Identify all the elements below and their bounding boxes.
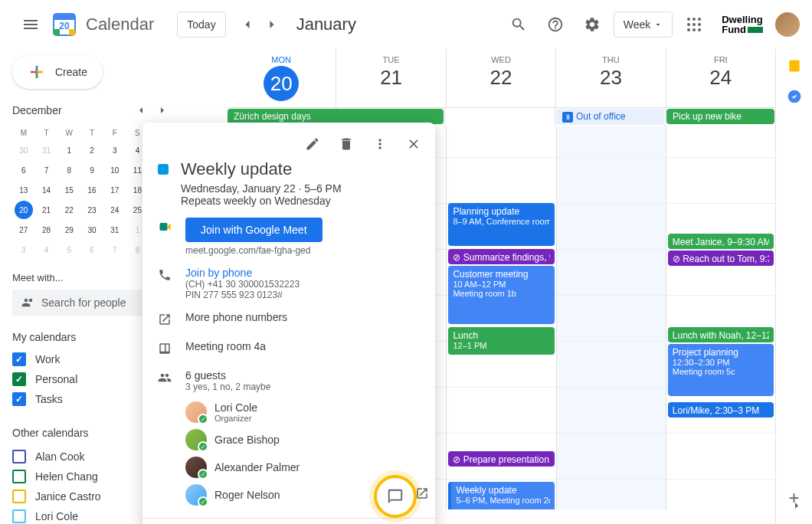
other-calendars-title[interactable]: Other calendars (12, 427, 89, 439)
chat-guests-highlight[interactable] (374, 475, 417, 518)
create-label: Create (55, 66, 87, 78)
delete-icon[interactable] (331, 129, 362, 159)
checkbox-icon[interactable] (12, 450, 26, 463)
mini-day[interactable]: 23 (83, 201, 101, 219)
event-color-swatch (158, 164, 169, 175)
edit-icon[interactable] (297, 129, 328, 159)
join-meet-button[interactable]: Join with Google Meet (185, 218, 323, 242)
mini-day[interactable]: 4 (38, 241, 56, 259)
checkbox-icon[interactable] (12, 372, 26, 386)
day-number[interactable]: 22 (447, 66, 555, 90)
day-number[interactable]: 23 (556, 66, 665, 90)
today-button[interactable]: Today (177, 11, 225, 38)
meet-icon (158, 219, 173, 237)
day-header[interactable]: WED22 (446, 49, 555, 107)
event[interactable]: Project planning12:30–2:30 PMMeeting roo… (668, 344, 774, 396)
mini-day[interactable]: 3 (15, 241, 33, 259)
mini-day[interactable]: 7 (38, 161, 56, 179)
mini-day[interactable]: 7 (106, 241, 124, 259)
day-header[interactable]: TUE21 (336, 49, 445, 107)
day-header[interactable]: THU23 (555, 49, 665, 107)
mini-day[interactable]: 8 (60, 161, 78, 179)
main-menu-icon[interactable] (12, 6, 49, 43)
mini-day[interactable]: 28 (38, 221, 56, 239)
mini-day[interactable]: 29 (60, 221, 78, 239)
prev-period-button[interactable] (235, 12, 260, 37)
guest-item[interactable]: ✓Grace Bishop (185, 426, 420, 454)
email-guests-icon[interactable] (415, 486, 429, 503)
allday-event-ooo[interactable]: ⏸Out of office (556, 109, 664, 125)
more-phone-link[interactable]: More phone numbers (185, 311, 287, 323)
event[interactable]: Lunch12–1 PM (448, 327, 554, 355)
mini-day[interactable]: 24 (106, 201, 124, 219)
mini-day[interactable]: 15 (60, 181, 78, 199)
guest-role: Organizer (214, 414, 257, 423)
mini-prev-button[interactable] (132, 101, 150, 120)
mini-day[interactable]: 6 (15, 161, 33, 179)
google-apps-icon[interactable] (679, 9, 709, 40)
tasks-icon[interactable] (787, 89, 802, 104)
mini-day[interactable]: 5 (60, 241, 78, 259)
more-options-icon[interactable] (365, 129, 395, 159)
day-number[interactable]: 21 (336, 66, 445, 90)
keep-icon[interactable] (787, 58, 802, 74)
day-header[interactable]: FRI24 (666, 49, 775, 107)
mini-day[interactable]: 16 (83, 181, 101, 199)
checkbox-icon[interactable] (12, 509, 26, 523)
checkbox-icon[interactable] (12, 352, 26, 366)
mini-day[interactable]: 31 (106, 221, 124, 239)
checkbox-icon[interactable] (12, 392, 26, 406)
mini-day[interactable]: 13 (15, 181, 33, 199)
mini-day[interactable]: 14 (38, 181, 56, 199)
day-header[interactable]: MON20 (227, 49, 336, 107)
checkbox-icon[interactable] (12, 490, 26, 503)
mini-day[interactable]: 17 (106, 181, 124, 199)
allday-event[interactable]: Zürich design days (228, 109, 444, 124)
mini-day[interactable]: 10 (106, 161, 124, 179)
day-column[interactable]: Meet Janice, 9–9:30 AM ⊘ Reach out to To… (666, 126, 775, 509)
side-panel-collapse-icon[interactable] (791, 499, 803, 515)
settings-icon[interactable] (577, 9, 607, 40)
checkbox-icon[interactable] (12, 470, 26, 483)
org-logo: Dwelling Fund (722, 15, 763, 34)
event[interactable]: Customer meeting10 AM–12 PMMeeting room … (448, 266, 554, 324)
create-button[interactable]: Create (12, 55, 103, 89)
guest-item[interactable]: ✓Lori ColeOrganizer (185, 398, 420, 426)
mini-day[interactable]: 30 (15, 141, 33, 159)
mini-day[interactable]: 2 (83, 141, 101, 159)
day-of-week: TUE (336, 55, 445, 64)
view-select[interactable]: Week (614, 11, 673, 38)
mini-day[interactable]: 20 (15, 201, 33, 219)
day-number[interactable]: 24 (666, 66, 775, 90)
event[interactable]: ⊘ Prepare presentation, 4 P (448, 451, 554, 467)
event[interactable]: Lori/Mike, 2:30–3 PM (668, 402, 774, 418)
mini-day[interactable]: 27 (15, 221, 33, 239)
day-column[interactable]: Planning update8–9 AM, Conference room 2… (446, 126, 555, 509)
mini-day[interactable]: 21 (38, 201, 56, 219)
mini-day[interactable]: 6 (83, 241, 101, 259)
search-icon[interactable] (503, 9, 534, 40)
day-column[interactable] (556, 126, 666, 509)
app-name: Calendar (86, 15, 154, 34)
day-number[interactable]: 20 (264, 66, 299, 101)
close-icon[interactable] (398, 129, 429, 159)
mini-next-button[interactable] (153, 101, 172, 120)
calendar-label: Personal (35, 373, 77, 385)
event[interactable]: ⊘ Reach out to Tom, 9:30 A (668, 251, 774, 266)
user-avatar[interactable] (775, 12, 800, 37)
next-period-button[interactable] (260, 12, 284, 37)
mini-day[interactable]: 9 (83, 161, 101, 179)
event[interactable]: Planning update8–9 AM, Conference room 2 (448, 203, 554, 246)
event[interactable]: Lunch with Noah, 12–12:30 (668, 327, 774, 342)
event[interactable]: ⊘ Summarize findings, 9:30 (448, 249, 554, 264)
event[interactable]: Meet Janice, 9–9:30 AM (668, 234, 774, 249)
mini-day[interactable]: 3 (106, 141, 124, 159)
mini-day[interactable]: 22 (60, 201, 78, 219)
mini-day[interactable]: 31 (38, 141, 56, 159)
help-icon[interactable] (540, 9, 571, 40)
join-phone-link[interactable]: Join by phone (185, 267, 300, 279)
mini-day[interactable]: 30 (83, 221, 101, 239)
mini-day[interactable]: 1 (60, 141, 78, 159)
event[interactable]: Weekly update5–6 PM, Meeting room 2c (448, 482, 554, 509)
allday-event[interactable]: Pick up new bike (666, 109, 774, 124)
